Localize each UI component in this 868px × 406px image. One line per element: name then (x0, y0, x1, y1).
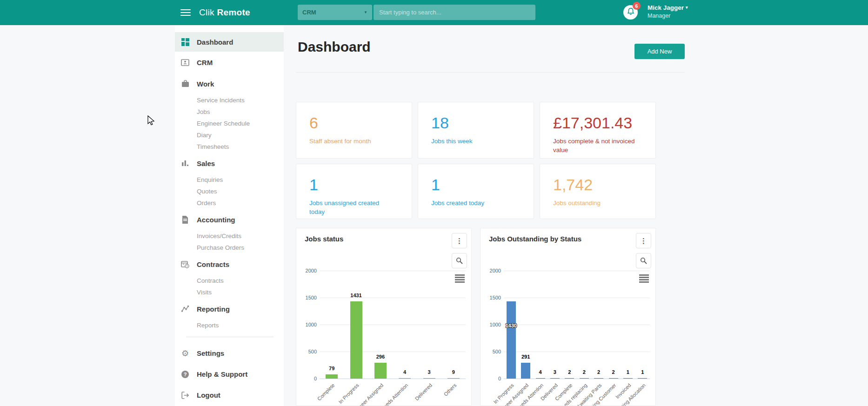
chart-export-menu-icon[interactable] (639, 274, 649, 284)
x-axis-label: Complete (316, 382, 336, 402)
sidebar-item-dashboard[interactable]: Dashboard (175, 32, 284, 52)
sidebar-subitem-diary[interactable]: Diary (175, 129, 284, 141)
stat-label: Jobs unassigned created today (309, 199, 396, 216)
sidebar-subitem-visits[interactable]: Visits (175, 286, 284, 298)
sidebar-item-label: Accounting (197, 216, 235, 224)
sidebar-item-label: Sales (197, 160, 215, 167)
sidebar-subitem-service-incidents[interactable]: Service Incidents (175, 94, 284, 106)
sidebar-subitem-engineer-schedule[interactable]: Engineer Schedule (175, 118, 284, 129)
sidebar-item-label: Dashboard (197, 38, 233, 46)
gridline (320, 379, 466, 379)
bar (550, 378, 560, 379)
y-axis-tick: 0 (298, 376, 317, 381)
stat-card-jobs-created-today[interactable]: 1Jobs created today (418, 164, 534, 219)
notifications-button[interactable]: 6 (623, 5, 638, 20)
stat-label: Jobs this week (431, 137, 518, 146)
x-axis-label: Others (442, 382, 457, 397)
bar (580, 378, 589, 379)
bar-value-label: 2 (568, 369, 571, 375)
sidebar-item-work[interactable]: Work (175, 73, 284, 94)
document-icon (180, 216, 190, 224)
bar-value-label: 296 (376, 354, 385, 359)
stat-card-staff-absent-for-month[interactable]: 6Staff absent for month (296, 102, 412, 159)
stat-label: Jobs outstanding (553, 199, 640, 207)
sidebar-subitem-reports[interactable]: Reports (175, 319, 284, 331)
x-axis-label: Delivered (414, 382, 433, 401)
y-axis-tick: 2000 (298, 268, 317, 273)
gridline (504, 325, 650, 325)
sidebar-subitem-invoices-credits[interactable]: Invoices/Credits (175, 230, 284, 242)
chart-export-menu-icon[interactable] (455, 274, 465, 284)
chart-options-button[interactable]: ⋮ (452, 233, 467, 248)
bar-chart-icon (180, 160, 190, 167)
add-new-button[interactable]: Add New (634, 44, 685, 59)
bar (521, 363, 530, 379)
sidebar-subitem-purchase-orders[interactable]: Purchase Orders (175, 242, 284, 253)
sidebar-item-label: Contracts (197, 260, 229, 268)
sidebar-item-label: Logout (197, 391, 220, 399)
bar (423, 378, 435, 379)
chart-options-button[interactable]: ⋮ (636, 233, 651, 248)
bar-value-label: 3 (427, 369, 430, 375)
stat-card-jobs-this-week[interactable]: 18Jobs this week (418, 102, 534, 159)
bar-value-label: 1 (627, 369, 629, 375)
sidebar-item-contracts[interactable]: Contracts (175, 253, 284, 275)
mouse-cursor (147, 115, 156, 127)
stat-value: 6 (309, 114, 396, 132)
bar-value-label: 2 (597, 369, 600, 375)
chart-zoom-button[interactable] (636, 253, 651, 268)
brand-bold: Remote (217, 7, 250, 17)
bar (399, 378, 411, 379)
y-axis-tick: 1500 (298, 295, 317, 300)
search-category-select[interactable]: CRM ▼ (298, 5, 372, 20)
briefcase-icon (180, 80, 190, 87)
bar-value-label: 2 (612, 369, 614, 375)
sidebar-item-label: CRM (197, 59, 213, 67)
sidebar-item-sales[interactable]: Sales (175, 153, 284, 174)
gridline (320, 271, 466, 271)
y-axis-tick: 1000 (298, 322, 317, 327)
bar (447, 378, 460, 379)
user-menu[interactable]: Mick Jagger▾ Manager (648, 4, 688, 19)
sidebar-subitem-quotes[interactable]: Quotes (175, 186, 284, 197)
chart-card-jobs-status: Jobs status⋮050010001500200079Complete14… (296, 228, 472, 406)
stat-card-jobs-outstanding[interactable]: 1,742Jobs outstanding (540, 164, 656, 219)
y-axis-tick: 1000 (482, 322, 501, 327)
chevron-down-icon: ▼ (364, 10, 367, 14)
sidebar-subitem-timesheets[interactable]: Timesheets (175, 141, 284, 153)
sidebar-item-reporting[interactable]: Reporting (175, 298, 284, 319)
gridline (320, 325, 466, 325)
brand-light: Clik (199, 7, 214, 17)
chevron-down-icon: ▾ (686, 5, 688, 10)
bar-value-label: 2 (583, 369, 586, 375)
stat-card-jobs-complete-not-invoiced-value[interactable]: £17,301.43Jobs complete & not invoiced v… (540, 102, 656, 159)
sidebar-subitem-orders[interactable]: Orders (175, 197, 284, 209)
sidebar-subitem-enquiries[interactable]: Enquiries (175, 174, 284, 186)
sidebar-item-settings[interactable]: ⚙Settings (175, 343, 284, 364)
gridline (320, 298, 466, 298)
sidebar-item-help-support[interactable]: ?Help & Support (175, 364, 284, 385)
chart-title: Jobs Outstanding by Status (489, 235, 581, 243)
y-axis-tick: 0 (482, 376, 501, 381)
bar (536, 378, 545, 379)
sidebar-item-label: Work (197, 80, 214, 88)
menu-icon[interactable] (180, 9, 191, 18)
bar (326, 374, 338, 379)
sidebar-item-crm[interactable]: CRM (175, 52, 284, 73)
search-input[interactable] (374, 5, 535, 20)
gridline (504, 352, 650, 352)
dashboard-icon (180, 38, 190, 46)
stat-value: 18 (431, 114, 518, 132)
sidebar-item-label: Settings (197, 349, 224, 357)
sidebar-subitem-jobs[interactable]: Jobs (175, 106, 284, 118)
gridline (320, 352, 466, 352)
bar (565, 378, 574, 379)
sidebar-subitem-contracts[interactable]: Contracts (175, 275, 284, 286)
crm-contact-icon (180, 59, 190, 67)
sidebar-item-logout[interactable]: Logout (175, 385, 284, 406)
sidebar-item-accounting[interactable]: Accounting (175, 209, 284, 230)
stat-card-jobs-unassigned-created-today[interactable]: 1Jobs unassigned created today (296, 164, 412, 219)
chart-zoom-button[interactable] (452, 253, 467, 268)
help-icon: ? (180, 371, 190, 378)
y-axis-tick: 1500 (482, 295, 501, 300)
